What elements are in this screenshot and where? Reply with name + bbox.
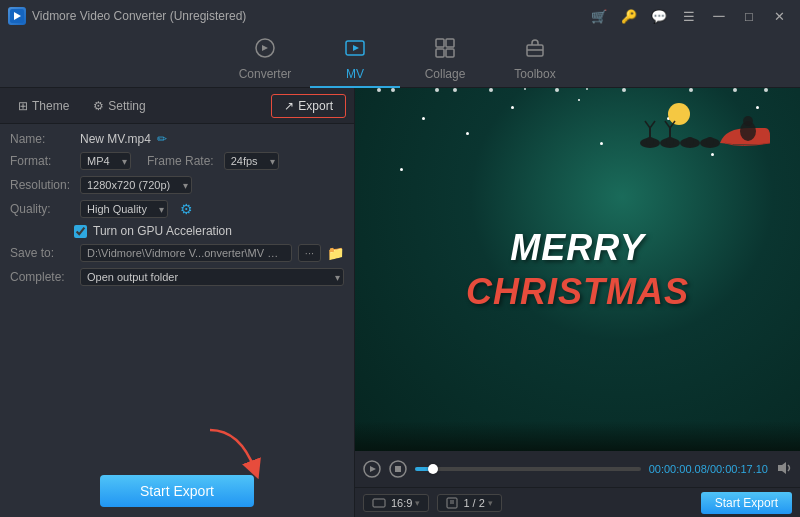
stop-button[interactable] <box>389 460 407 478</box>
form-area: Name: New MV.mp4 ✏ Format: MP4 Frame Rat… <box>0 124 354 465</box>
resolution-select-wrapper: 1280x720 (720p) <box>80 176 192 194</box>
aspect-ratio-value: 16:9 <box>391 497 412 509</box>
start-export-area: Start Export <box>0 465 354 517</box>
start-export-button-sm[interactable]: Start Export <box>701 492 792 514</box>
export-icon: ↗ <box>284 99 294 113</box>
page-chevron: ▾ <box>488 498 493 508</box>
svg-rect-4 <box>436 39 444 47</box>
quality-label: Quality: <box>10 202 74 216</box>
setting-button[interactable]: ⚙ Setting <box>83 95 155 117</box>
save-to-label: Save to: <box>10 246 74 260</box>
time-current: 00:00:00.08 <box>649 463 707 475</box>
left-panel: ⊞ Theme ⚙ Setting ↗ Export Name: New MV.… <box>0 88 355 517</box>
aspect-ratio-button[interactable]: 16:9 ▾ <box>363 494 429 512</box>
christmas-text: CHRISTMAS <box>466 270 689 313</box>
gpu-row: Turn on GPU Acceleration <box>10 224 344 238</box>
tab-toolbox[interactable]: Toolbox <box>490 32 580 88</box>
svg-rect-29 <box>395 466 401 472</box>
page-display: 1 / 2 <box>463 497 484 509</box>
toolbox-icon <box>524 37 546 64</box>
close-button[interactable]: ✕ <box>766 6 792 26</box>
play-button[interactable] <box>363 460 381 478</box>
key-button[interactable]: 🔑 <box>616 6 642 26</box>
export-button[interactable]: ↗ Export <box>271 94 346 118</box>
svg-marker-27 <box>370 466 376 472</box>
frame-rate-label: Frame Rate: <box>147 154 214 168</box>
complete-label: Complete: <box>10 270 74 284</box>
frame-rate-select-wrapper: 24fps <box>224 152 279 170</box>
christmas-scene: MERRY CHRISTMAS <box>355 88 800 451</box>
gear-icon: ⚙ <box>93 99 104 113</box>
complete-row: Complete: Open output folder <box>10 268 344 286</box>
app-title: Vidmore Video Converter (Unregistered) <box>32 9 246 23</box>
complete-select[interactable]: Open output folder <box>80 268 344 286</box>
chat-button[interactable]: 💬 <box>646 6 672 26</box>
menu-button[interactable]: ☰ <box>676 6 702 26</box>
tab-converter-label: Converter <box>239 67 292 81</box>
quality-select[interactable]: High Quality <box>80 200 168 218</box>
time-display: 00:00:00.08/00:00:17.10 <box>649 463 768 475</box>
title-bar-controls: 🛒 🔑 💬 ☰ ─ □ ✕ <box>586 6 792 26</box>
resolution-label: Resolution: <box>10 178 74 192</box>
title-bar: Vidmore Video Converter (Unregistered) 🛒… <box>0 0 800 32</box>
start-export-button[interactable]: Start Export <box>100 475 254 507</box>
theme-label: Theme <box>32 99 69 113</box>
player-bottom-bar: 16:9 ▾ 1 / 2 ▾ Start Export <box>355 487 800 517</box>
quality-gear-icon[interactable]: ⚙ <box>180 201 193 217</box>
browse-dots-button[interactable]: ··· <box>298 244 321 262</box>
tab-collage-label: Collage <box>425 67 466 81</box>
theme-icon: ⊞ <box>18 99 28 113</box>
gpu-label[interactable]: Turn on GPU Acceleration <box>93 224 232 238</box>
nav-tabs: Converter MV Collage <box>0 32 800 88</box>
name-edit-icon[interactable]: ✏ <box>157 132 167 146</box>
export-label: Export <box>298 99 333 113</box>
theme-button[interactable]: ⊞ Theme <box>8 95 79 117</box>
quality-row: Quality: High Quality ⚙ <box>10 200 344 218</box>
progress-fill <box>415 467 433 471</box>
resolution-select[interactable]: 1280x720 (720p) <box>80 176 192 194</box>
page-indicator[interactable]: 1 / 2 ▾ <box>437 494 501 512</box>
maximize-button[interactable]: □ <box>736 6 762 26</box>
resolution-row: Resolution: 1280x720 (720p) <box>10 176 344 194</box>
setting-label: Setting <box>108 99 145 113</box>
preview-area: MERRY CHRISTMAS <box>355 88 800 451</box>
progress-dot <box>428 464 438 474</box>
save-path-display: D:\Vidmore\Vidmore V...onverter\MV Expor… <box>80 244 292 262</box>
merry-text: MERRY <box>466 226 689 269</box>
mv-icon <box>344 37 366 64</box>
aspect-ratio-chevron: ▾ <box>415 498 420 508</box>
converter-icon <box>254 37 276 64</box>
name-row: Name: New MV.mp4 ✏ <box>10 132 344 146</box>
right-panel: MERRY CHRISTMAS 00:00: <box>355 88 800 517</box>
title-bar-left: Vidmore Video Converter (Unregistered) <box>8 7 246 25</box>
tab-converter[interactable]: Converter <box>220 32 310 88</box>
time-total: 00:00:17.10 <box>710 463 768 475</box>
tab-collage[interactable]: Collage <box>400 32 490 88</box>
app-icon <box>8 7 26 25</box>
name-value: New MV.mp4 <box>80 132 151 146</box>
format-select[interactable]: MP4 <box>80 152 131 170</box>
folder-icon[interactable]: 📁 <box>327 245 344 261</box>
svg-marker-30 <box>778 462 786 474</box>
svg-rect-7 <box>446 49 454 57</box>
player-controls: 00:00:00.08/00:00:17.10 <box>355 451 800 487</box>
collage-icon <box>434 37 456 64</box>
save-to-row: Save to: D:\Vidmore\Vidmore V...onverter… <box>10 244 344 262</box>
tab-mv[interactable]: MV <box>310 32 400 88</box>
preview-canvas: MERRY CHRISTMAS <box>355 88 800 451</box>
volume-button[interactable] <box>776 460 792 479</box>
frame-rate-select[interactable]: 24fps <box>224 152 279 170</box>
minimize-button[interactable]: ─ <box>706 6 732 26</box>
format-row: Format: MP4 Frame Rate: 24fps <box>10 152 344 170</box>
gpu-checkbox[interactable] <box>74 225 87 238</box>
tab-mv-label: MV <box>346 67 364 81</box>
shop-button[interactable]: 🛒 <box>586 6 612 26</box>
svg-rect-6 <box>436 49 444 57</box>
sub-nav: ⊞ Theme ⚙ Setting ↗ Export <box>0 88 354 124</box>
quality-select-wrapper: High Quality <box>80 200 168 218</box>
progress-bar[interactable] <box>415 467 641 471</box>
format-label: Format: <box>10 154 74 168</box>
merry-christmas-text: MERRY CHRISTMAS <box>466 226 689 312</box>
name-label: Name: <box>10 132 74 146</box>
format-select-wrapper: MP4 <box>80 152 131 170</box>
